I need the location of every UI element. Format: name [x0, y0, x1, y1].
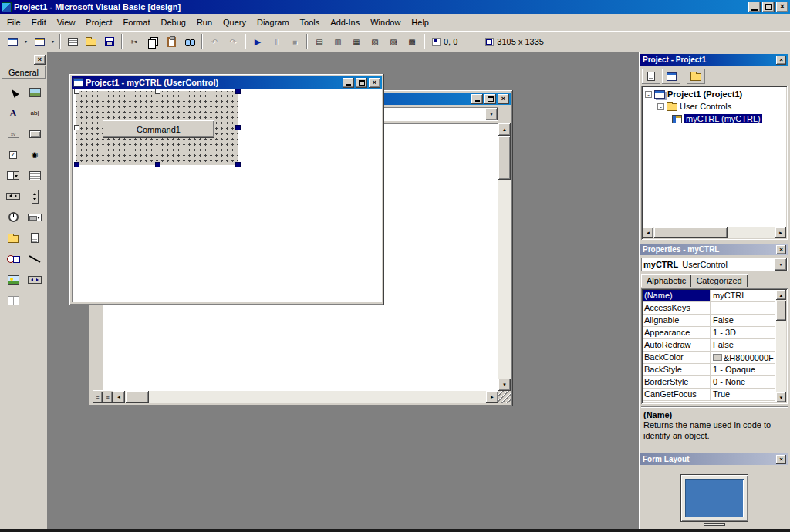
resize-grip[interactable]: [498, 391, 511, 403]
toolbox-dirlistbox-tool[interactable]: [4, 229, 22, 247]
menu-window[interactable]: Window: [365, 15, 406, 29]
object-selector-combobox[interactable]: myCTRL UserControl ▼: [641, 258, 788, 271]
properties-vertical-scrollbar[interactable]: ▲ ▼: [776, 290, 786, 402]
resize-handle-middle-right[interactable]: [235, 125, 241, 130]
property-value[interactable]: [711, 302, 775, 314]
designer-close-button[interactable]: ×: [369, 78, 380, 88]
tree-label-user-controls[interactable]: User Controls: [680, 102, 731, 111]
combo-dropdown-button[interactable]: ▼: [485, 108, 498, 120]
menu-help[interactable]: Help: [406, 15, 434, 29]
property-name[interactable]: CanGetFocus: [643, 389, 711, 400]
cut-button[interactable]: ✂: [125, 33, 143, 50]
save-project-button[interactable]: [100, 33, 119, 50]
scroll-thumb[interactable]: [498, 136, 511, 180]
tab-alphabetic[interactable]: Alphabetic: [641, 274, 691, 287]
toolbox-listbox-tool[interactable]: [25, 167, 44, 184]
end-button[interactable]: ■: [285, 33, 304, 50]
code-maximize-button[interactable]: [484, 94, 496, 104]
tree-label-project[interactable]: Project1 (Project1): [667, 89, 742, 99]
add-project-button[interactable]: [3, 33, 22, 50]
scroll-down-button[interactable]: ▼: [776, 392, 786, 402]
menu-project[interactable]: Project: [80, 15, 117, 29]
property-value[interactable]: False: [711, 339, 775, 351]
menu-file[interactable]: File: [2, 15, 26, 29]
toolbox-textbox-tool[interactable]: ab|: [25, 104, 44, 122]
open-project-button[interactable]: [82, 33, 100, 50]
toolbox-hscrollbar-tool[interactable]: [4, 187, 22, 205]
project-explorer-button[interactable]: ▤: [310, 33, 329, 50]
command1-button[interactable]: Command1: [103, 120, 214, 138]
scroll-left-button[interactable]: ◄: [643, 227, 653, 238]
add-project-dropdown[interactable]: ▼: [22, 33, 30, 50]
property-name[interactable]: AutoRedraw: [643, 339, 711, 351]
data-view-button[interactable]: ▩: [403, 33, 421, 50]
property-value[interactable]: 1 - 3D: [711, 327, 775, 338]
resize-handle-bottom-left[interactable]: [74, 162, 79, 167]
toolbox-line-tool[interactable]: [25, 250, 44, 268]
property-name[interactable]: BackStyle: [643, 364, 711, 375]
view-code-button[interactable]: [642, 69, 660, 84]
scroll-thumb[interactable]: [126, 391, 149, 403]
form-layout-close-button[interactable]: ×: [776, 455, 786, 464]
restore-button[interactable]: [762, 2, 775, 12]
code-close-button[interactable]: ×: [498, 94, 509, 104]
collapse-icon[interactable]: -: [645, 91, 652, 98]
procedure-view-button[interactable]: =: [93, 392, 103, 403]
property-value-cell[interactable]: &H8000000F: [711, 352, 775, 363]
menu-run[interactable]: Run: [191, 15, 218, 29]
toolbox-tab-general[interactable]: General: [2, 66, 46, 79]
scroll-up-button[interactable]: ▲: [776, 290, 786, 300]
menu-addins[interactable]: Add-Ins: [325, 15, 365, 29]
minimize-button[interactable]: [748, 2, 761, 12]
designer-minimize-button[interactable]: [343, 78, 354, 88]
property-value[interactable]: True: [711, 389, 775, 400]
designer-maximize-button[interactable]: [356, 78, 367, 88]
resize-handle-top-middle[interactable]: [155, 89, 160, 94]
property-name[interactable]: BackColor: [643, 352, 711, 363]
view-object-button[interactable]: [662, 69, 680, 84]
menu-debug[interactable]: Debug: [155, 15, 191, 29]
toolbox-shape-tool[interactable]: [4, 250, 22, 268]
tree-label-myctrl[interactable]: myCTRL (myCTRL): [684, 114, 762, 123]
monitor-screen[interactable]: [685, 479, 744, 517]
menu-view[interactable]: View: [52, 15, 81, 29]
property-name[interactable]: Alignable: [643, 315, 711, 326]
toolbox-commandbutton-tool[interactable]: [25, 125, 44, 143]
resize-handle-bottom-middle[interactable]: [155, 162, 160, 167]
scroll-left-button[interactable]: ◄: [113, 391, 125, 403]
designer-titlebar[interactable]: Project1 - myCTRL (UserControl) ×: [72, 76, 382, 89]
toolbox-drivelistbox-tool[interactable]: [25, 208, 44, 226]
find-button[interactable]: [181, 33, 199, 50]
full-module-view-button[interactable]: ≡: [103, 392, 113, 403]
redo-button[interactable]: ↷: [224, 33, 242, 50]
toolbox-image-tool[interactable]: [4, 271, 22, 288]
toolbox-picturebox-tool[interactable]: [25, 83, 44, 101]
property-name[interactable]: AccessKeys: [643, 302, 711, 314]
tree-item-project[interactable]: - Project1 (Project1): [643, 88, 786, 100]
menu-query[interactable]: Query: [218, 15, 252, 29]
copy-button[interactable]: [143, 33, 162, 50]
object-selector-dropdown[interactable]: ▼: [775, 258, 787, 271]
toolbox-optionbutton-tool[interactable]: ◉: [25, 146, 44, 163]
toolbox-data-tool[interactable]: [25, 271, 44, 288]
collapse-icon[interactable]: -: [657, 103, 664, 110]
property-name[interactable]: Appearance: [643, 327, 711, 338]
tab-categorized[interactable]: Categorized: [690, 274, 747, 287]
resize-handle-bottom-right[interactable]: [235, 162, 241, 167]
resize-handle-top-left[interactable]: [74, 89, 79, 94]
property-value[interactable]: 1 - Opaque: [711, 364, 775, 375]
tree-item-myctrl[interactable]: myCTRL (myCTRL): [643, 113, 786, 125]
property-name[interactable]: (Name): [643, 290, 711, 301]
close-button[interactable]: ×: [776, 2, 788, 12]
toolbox-vscrollbar-tool[interactable]: [25, 187, 44, 205]
menu-format[interactable]: Format: [118, 15, 156, 29]
scroll-up-button[interactable]: ▲: [498, 123, 511, 136]
menu-edit[interactable]: Edit: [26, 15, 52, 29]
toolbox-timer-tool[interactable]: [4, 208, 22, 226]
code-vertical-scrollbar[interactable]: ▲ ▼: [498, 123, 511, 391]
properties-panel-titlebar[interactable]: Properties - myCTRL ×: [640, 244, 788, 255]
menu-diagram[interactable]: Diagram: [252, 15, 295, 29]
project-panel-titlebar[interactable]: Project - Project1 ×: [640, 54, 788, 66]
toolbox-close-button[interactable]: ×: [34, 55, 46, 65]
scroll-right-button[interactable]: ►: [486, 391, 498, 403]
